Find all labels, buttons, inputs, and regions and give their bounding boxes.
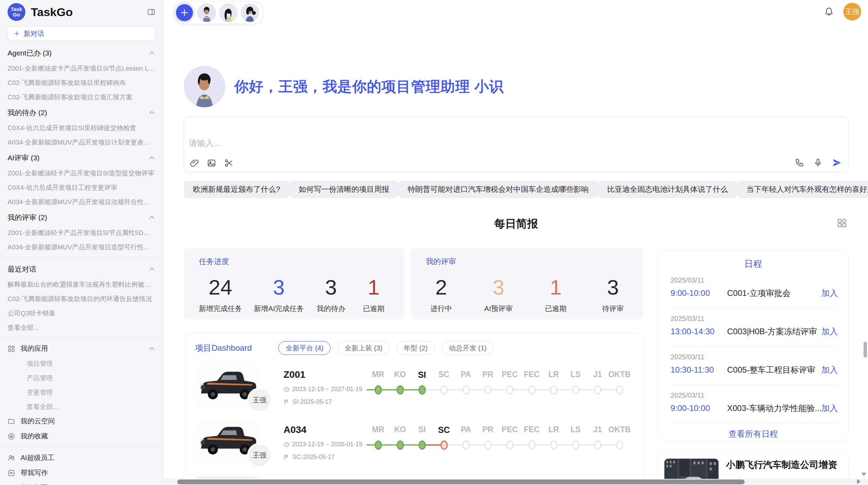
section-recent-chats[interactable]: 最近对话 — [8, 265, 156, 274]
chevron-up-icon[interactable] — [148, 154, 156, 162]
vertical-scrollbar-thumb[interactable] — [864, 342, 867, 358]
milestone-dot-done — [419, 385, 426, 395]
left-column: 任务进度 24 新增完成任务 3 新增AI完成任务 3 — [184, 248, 643, 485]
milestone-dot-done — [397, 385, 404, 395]
scroll-right-arrow[interactable] — [857, 479, 860, 484]
view-all-schedule-link[interactable]: 查看所有日程 — [658, 423, 848, 439]
milestone-dot-done — [419, 440, 426, 450]
chevron-up-icon[interactable] — [148, 49, 156, 57]
schedule-event-title: C003|H0B-方案冻结评审 — [727, 326, 821, 337]
join-link[interactable]: 加入 — [821, 364, 838, 375]
image-upload-button[interactable] — [207, 158, 216, 168]
sidebar-item-cloud-space[interactable]: 我的云空间 — [8, 417, 156, 425]
sidebar-task-item[interactable]: A034-全新新能源MUV产品开发项目计划变更表编写 — [8, 138, 156, 146]
app-item-change-mgmt[interactable]: 变更管理 — [27, 388, 156, 396]
suggestion-chip[interactable]: 当下年轻人对汽车外观有怎样的喜好趋势 — [737, 181, 868, 198]
milestone-dot-future — [616, 440, 623, 450]
section-ai-review[interactable]: AI评审 (3) — [8, 153, 156, 162]
project-info: Z001 2023-12-19 ~ 2027-01-19 SI-2025-05-… — [284, 365, 362, 411]
section-agent-done[interactable]: Agent已办 (3) — [8, 49, 156, 58]
project-row-a034[interactable]: 王强 A034 2023-12-19 ~ 2026-01-19 SC-2025-… — [195, 420, 632, 466]
milestone-dot-future — [572, 440, 579, 450]
chat-composer — [184, 117, 848, 172]
suggestion-chip[interactable]: 特朗普可能对进口汽车增税会对中国车企造成哪些影响 — [398, 181, 598, 198]
project-flag: SI-2025-05-17 — [284, 398, 362, 406]
suggestion-chip[interactable]: 比亚迪全固态电池计划具体说了什么 — [598, 181, 737, 198]
recent-view-all-link[interactable]: 查看全部... — [8, 323, 156, 331]
section-my-review[interactable]: 我的评审 (2) — [8, 213, 156, 222]
plus-icon — [180, 8, 189, 17]
sidebar: Task Go TaskGo 新对话 Agent已办 (3) Z001-全新燃油… — [0, 0, 164, 485]
snippet-button[interactable] — [224, 158, 233, 168]
filter-powertrain[interactable]: 动总开发 (1) — [442, 341, 494, 355]
stat-new-done: 24 新增完成任务 — [199, 276, 242, 313]
chevron-up-icon[interactable] — [148, 214, 156, 221]
sidebar-task-item[interactable]: A034-全新新能源MUV产品开发项目造型可行性评审 — [8, 243, 156, 251]
stat-my-todo: 3 我的待办 — [316, 276, 347, 313]
schedule-item: 2025/03/11 10:30-11:30 C005-整车工程目标评审 加入 — [671, 346, 838, 385]
chevron-up-icon[interactable] — [148, 109, 156, 116]
join-link[interactable]: 加入 — [821, 288, 838, 299]
section-title: 我的待办 (2) — [8, 108, 47, 117]
new-chat-button[interactable]: 新对话 — [8, 26, 156, 41]
sidebar-task-item[interactable]: C0X4-动力总成开发项目SI里程碑提交物检查 — [8, 124, 156, 132]
horizontal-scrollbar-thumb[interactable] — [177, 480, 745, 484]
sidebar-task-item[interactable]: A034-全新新能源MUV产品开发项目法规符合性评审 — [8, 198, 156, 206]
join-link[interactable]: 加入 — [821, 326, 838, 337]
sidebar-task-item[interactable]: C02-飞腾新能源轻客改款项目立项汇报方案 — [8, 93, 156, 101]
send-button[interactable] — [832, 158, 842, 168]
sidebar-task-item[interactable]: C0X4-动力总成开发项目工程变更评审 — [8, 183, 156, 191]
apps-view-all-link[interactable]: 查看全部... — [27, 402, 156, 410]
news-title: 小鹏飞行汽车制造公司增资 — [726, 459, 842, 471]
recent-chat-item[interactable]: 解释最新出台的欧盟报废车法规再生塑料比例被调至15%... — [8, 280, 156, 288]
section-title: 最近对话 — [8, 264, 36, 274]
project-image: 王强 — [195, 421, 259, 463]
sidebar-item-my-apps[interactable]: 我的应用 — [8, 344, 156, 353]
add-agent-button[interactable] — [176, 4, 193, 21]
attach-button[interactable] — [190, 158, 199, 168]
milestone-timeline: MR KO SI SC PA PR PEC FEC LR LS J1 OKTB — [367, 365, 630, 411]
filter-new-platform[interactable]: 全新平台 (4) — [278, 341, 330, 355]
chat-input[interactable] — [189, 124, 772, 151]
scroll-down-arrow[interactable] — [861, 473, 866, 476]
sidebar-task-item[interactable]: Z001-全新燃油皮卡产品开发项目SI节点Lesson Learn报告 — [8, 64, 156, 72]
milestone-dot-future — [550, 440, 557, 450]
section-my-todo[interactable]: 我的待办 (2) — [8, 108, 156, 117]
sidebar-collapse-button[interactable] — [147, 8, 156, 16]
agent-avatar[interactable] — [241, 3, 259, 22]
milestone-dot-future — [616, 385, 623, 395]
suggestion-chip[interactable]: 欧洲新规最近颁布了什么? — [184, 181, 289, 198]
user-avatar[interactable]: 王强 — [843, 3, 861, 21]
ai-employee-label: AI超级员工 — [21, 453, 55, 462]
chevron-up-icon[interactable] — [148, 345, 156, 352]
join-link[interactable]: 加入 — [821, 403, 838, 414]
folder-icon — [8, 418, 15, 425]
suggestion-chip[interactable]: 如何写一份清晰的项目周报 — [289, 181, 398, 198]
app-item-product-mgmt[interactable]: 产品管理 — [27, 374, 156, 382]
layout-toggle-button[interactable] — [837, 218, 847, 228]
sidebar-task-item[interactable]: C02-飞腾新能源轻客改款项目里程碑画布 — [8, 78, 156, 86]
sidebar-item-creative-draw[interactable]: 创意制图 — [8, 484, 156, 485]
avatar-woman-icon — [219, 3, 238, 22]
filter-year-model[interactable]: 年型 (2) — [396, 341, 435, 355]
sidebar-task-item[interactable]: Z001-全新燃油轻卡产品开发项目SI造型提交物评审 — [8, 169, 156, 177]
project-dashboard-card: 项目Dashboard 全新平台 (4) 全新上装 (3) 年型 (2) 动总开… — [184, 333, 643, 485]
sidebar-item-ai-employee[interactable]: AI超级员工 — [8, 453, 156, 462]
voice-call-button[interactable] — [795, 158, 804, 167]
sidebar-item-favorites[interactable]: 我的收藏 — [8, 432, 156, 440]
project-row-z001[interactable]: 王强 Z001 2023-12-19 ~ 2027-01-19 SI-2025-… — [195, 365, 632, 411]
agent-avatar[interactable] — [219, 3, 238, 22]
recent-chat-item[interactable]: C02-飞腾新能源轻客改款项目的闭环通告反馈情况 — [8, 295, 156, 302]
mic-button[interactable] — [813, 158, 823, 167]
app-item-project-mgmt[interactable]: 项目管理 — [27, 359, 156, 367]
agent-avatar[interactable] — [197, 3, 216, 22]
sidebar-item-help-write[interactable]: 帮我写作 — [8, 469, 156, 477]
chevron-up-icon[interactable] — [148, 265, 156, 273]
app-window: Task Go TaskGo 新对话 Agent已办 (3) Z001-全新燃油… — [0, 0, 868, 485]
send-icon — [832, 158, 842, 168]
schedule-date: 2025/03/11 — [671, 353, 838, 361]
notifications-button[interactable] — [824, 7, 834, 16]
sidebar-task-item[interactable]: Z001-全新燃油轻卡产品开发项目SI节点属性5D文件评审 — [8, 228, 156, 236]
recent-chat-item[interactable]: 公司Q3轻卡销量 — [8, 309, 156, 317]
filter-new-body[interactable]: 全新上装 (3) — [337, 341, 389, 355]
